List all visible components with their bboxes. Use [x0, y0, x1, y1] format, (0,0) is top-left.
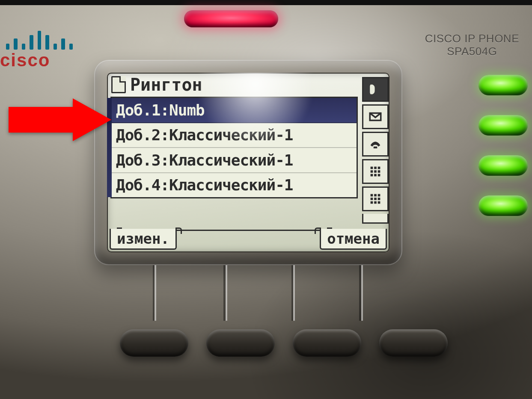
grid-icon — [362, 159, 389, 184]
softkey-button-4[interactable] — [379, 329, 448, 357]
cisco-logo: cisco — [0, 30, 73, 69]
softkey-button-1[interactable] — [120, 329, 188, 357]
phone-handset-icon — [362, 77, 389, 102]
svg-rect-15 — [374, 198, 377, 200]
top-edge — [0, 0, 532, 5]
svg-rect-3 — [374, 167, 377, 169]
menu-item-1-label: Доб.1:Numb — [116, 101, 205, 119]
line-leds — [479, 75, 528, 216]
svg-rect-2 — [371, 167, 373, 169]
phone-body: cisco CISCO IP PHONE SPA504G Рингтон 1 2… — [0, 0, 532, 399]
cisco-logo-bars-icon — [6, 30, 73, 50]
line-4-led[interactable] — [479, 195, 528, 216]
svg-rect-14 — [371, 198, 373, 200]
softkey-change-label: измен. — [117, 230, 169, 247]
softkey-buttons — [120, 329, 448, 357]
line-2-led[interactable] — [479, 115, 528, 136]
menu-num-4: 4 — [107, 172, 112, 197]
softkey-cancel-label: отмена — [327, 230, 380, 247]
softkey-change[interactable]: измен. — [110, 229, 177, 250]
menu-item-3-label: Доб.3:Классический-1 — [116, 151, 293, 169]
svg-rect-5 — [371, 170, 373, 173]
message-indicator-led — [184, 10, 278, 27]
menu-item-3[interactable]: Доб.3:Классический-1 — [112, 148, 357, 173]
menu-number-column: 1 2 3 4 — [107, 98, 112, 197]
svg-rect-11 — [371, 194, 373, 197]
menu-item-2-label: Доб.2:Классический-1 — [116, 126, 293, 144]
svg-rect-7 — [378, 170, 380, 173]
grid-icon — [362, 186, 389, 211]
scroll-indicator — [362, 214, 389, 224]
menu-num-2: 2 — [107, 123, 112, 148]
svg-rect-6 — [374, 170, 377, 173]
line-status-icons — [362, 77, 386, 224]
line-3-led[interactable] — [479, 155, 528, 176]
screen-header: Рингтон — [107, 73, 389, 97]
ringtone-menu: 1 2 3 4 Доб.1:Numb Доб.2:Классический-1 … — [110, 97, 358, 198]
menu-item-4-label: Доб.4:Классический-1 — [116, 176, 293, 194]
svg-rect-18 — [374, 201, 377, 204]
svg-rect-12 — [374, 194, 377, 197]
device-model-line1: CISCO IP PHONE — [425, 32, 519, 45]
svg-rect-8 — [371, 174, 373, 177]
line-1-led[interactable] — [479, 75, 528, 95]
device-model-line2: SPA504G — [425, 45, 519, 58]
device-model-label: CISCO IP PHONE SPA504G — [425, 32, 519, 58]
svg-rect-4 — [378, 167, 380, 169]
svg-rect-19 — [378, 201, 380, 204]
menu-item-2[interactable]: Доб.2:Классический-1 — [112, 123, 357, 148]
menu-item-1[interactable]: Доб.1:Numb — [112, 98, 357, 123]
lcd-screen: Рингтон 1 2 3 4 Доб.1:Numb Доб.2:Классич… — [107, 73, 389, 252]
svg-rect-10 — [378, 174, 380, 177]
screen-bezel: Рингтон 1 2 3 4 Доб.1:Numb Доб.2:Классич… — [94, 60, 402, 265]
screen-title: Рингтон — [130, 75, 202, 95]
softkey-bar: измен. отмена — [107, 225, 389, 252]
menu-item-4[interactable]: Доб.4:Классический-1 — [112, 173, 357, 198]
document-icon — [111, 76, 126, 93]
svg-rect-16 — [378, 198, 380, 200]
brand-name: cisco — [0, 51, 73, 69]
phone-onhook-icon — [362, 132, 389, 157]
menu-num-3: 3 — [107, 148, 112, 172]
softkey-cancel[interactable]: отмена — [320, 229, 387, 250]
softkey-button-2[interactable] — [206, 329, 275, 357]
svg-rect-1 — [374, 147, 377, 148]
svg-rect-13 — [378, 194, 380, 197]
envelope-icon — [362, 104, 389, 129]
svg-rect-9 — [374, 174, 377, 177]
softkey-button-3[interactable] — [293, 329, 361, 357]
menu-num-1: 1 — [107, 98, 112, 123]
svg-rect-17 — [371, 201, 373, 204]
